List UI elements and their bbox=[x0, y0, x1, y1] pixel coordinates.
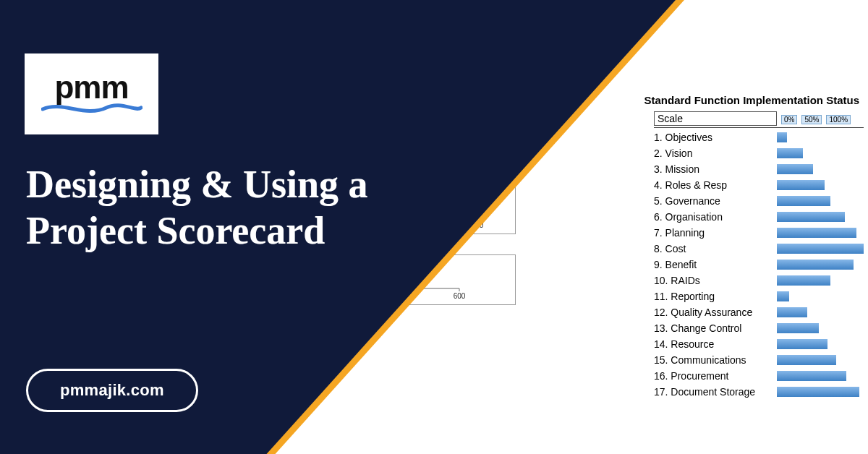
site-pill[interactable]: pmmajik.com bbox=[26, 369, 198, 412]
logo-text: pmm bbox=[54, 73, 128, 102]
hero-overlay: pmm Designing & Using a Project Scorecar… bbox=[0, 0, 868, 454]
logo-swoosh-icon bbox=[41, 102, 142, 115]
hero-headline: Designing & Using a Project Scorecard bbox=[26, 162, 431, 254]
logo-box: pmm bbox=[25, 53, 158, 134]
